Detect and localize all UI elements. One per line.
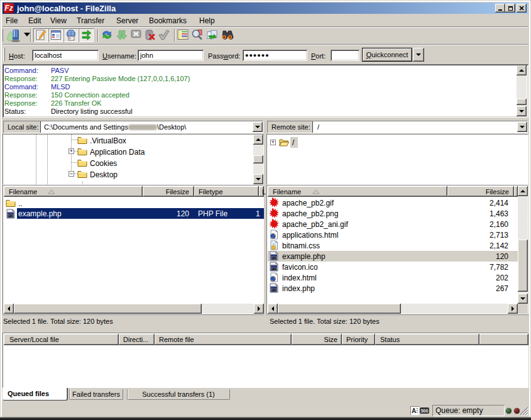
svg-text:A: A <box>412 407 416 414</box>
